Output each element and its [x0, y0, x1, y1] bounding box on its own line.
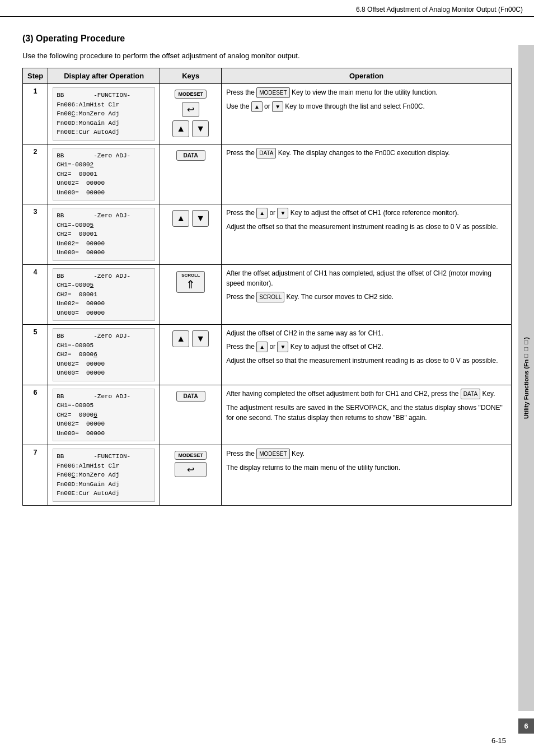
- operation-cell: Adjust the offset of CH2 in the same way…: [222, 325, 512, 385]
- data-key-ref: DATA: [256, 148, 276, 158]
- operation-text: Press the SCROLL Key. The cursor moves t…: [226, 292, 507, 302]
- header-operation: Operation: [222, 68, 512, 84]
- step-number: 2: [23, 144, 48, 204]
- operation-text: The display returns to the main menu of …: [226, 463, 507, 473]
- page-number: 6-15: [491, 736, 506, 745]
- keys-cell: DATA: [160, 144, 222, 204]
- up-key-ref: ▲: [256, 208, 268, 218]
- table-row: 3BB -Zero ADJ-CH1=-00005CH2= 00001Un002=…: [23, 204, 512, 265]
- operation-text: Press the MODESET Key to view the main m…: [226, 87, 507, 98]
- operation-cell: After the offset adjustment of CH1 has c…: [222, 264, 512, 325]
- step-number: 3: [23, 204, 48, 265]
- operation-cell: Press the MODESET Key.The display return…: [222, 445, 512, 506]
- operation-text: Adjust the offset so that the measuremen…: [226, 222, 507, 232]
- display-cell: BB -Zero ADJ-CH1=-00002CH2= 00001Un002= …: [48, 144, 160, 204]
- operation-text: After the offset adjustment of CH1 has c…: [226, 268, 507, 288]
- down-key-ref: ▼: [277, 208, 288, 218]
- table-row: 4BB -Zero ADJ-CH1=-00005CH2= 00001Un002=…: [23, 264, 512, 325]
- display-box: BB -FUNCTION-Fn006:AlmHist ClrFn00C:MonZ…: [53, 87, 155, 141]
- intro-text: Use the following procedure to perform t…: [22, 52, 512, 60]
- display-box: BB -Zero ADJ-CH1=-00002CH2= 00001Un002= …: [53, 148, 155, 201]
- operation-text: Adjust the offset so that the measuremen…: [226, 356, 507, 366]
- down-key-ref: ▼: [277, 342, 288, 352]
- scroll-key-ref: SCROLL: [256, 292, 284, 302]
- display-box: BB -Zero ADJ-CH1=-00005CH2= 00001Un002= …: [53, 268, 155, 321]
- operation-text: Press the MODESET Key.: [226, 449, 507, 459]
- table-row: 7BB -FUNCTION-Fn006:AlmHist ClrFn00C:Mon…: [23, 445, 512, 506]
- header-step: Step: [23, 68, 48, 84]
- step-number: 4: [23, 264, 48, 325]
- return-key[interactable]: ↩: [182, 102, 199, 117]
- up-key-ref: ▲: [251, 101, 263, 112]
- operation-text: The adjustment results are saved in the …: [226, 403, 507, 423]
- procedure-table: Step Display after Operation Keys Operat…: [22, 68, 512, 506]
- modeset-key-ref: MODESET: [256, 87, 289, 98]
- step-number: 6: [23, 385, 48, 445]
- down-key-ref: ▼: [272, 101, 283, 112]
- operation-text: Press the ▲ or ▼ Key to adjust the offse…: [226, 208, 507, 218]
- modeset-key[interactable]: MODESET ↩: [175, 451, 207, 477]
- sidebar: Utility Functions (Fn□□□): [518, 45, 534, 711]
- data-key[interactable]: DATA: [176, 391, 205, 402]
- data-key-ref: DATA: [461, 389, 480, 399]
- keys-cell: ▲ ▼: [160, 325, 222, 385]
- operation-cell: Press the DATA Key. The display changes …: [222, 144, 512, 204]
- operation-text: Use the ▲ or ▼ Key to move through the l…: [226, 101, 507, 112]
- keys-cell: SCROLL ⇑: [160, 264, 222, 325]
- table-row: 2BB -Zero ADJ-CH1=-00002CH2= 00001Un002=…: [23, 144, 512, 204]
- display-box: BB -FUNCTION-Fn006:AlmHist ClrFn00C:MonZ…: [53, 449, 155, 502]
- display-cell: BB -Zero ADJ-CH1=-00005CH2= 00006Un002= …: [48, 325, 160, 385]
- operation-cell: After having completed the offset adjust…: [222, 385, 512, 445]
- step-number: 1: [23, 84, 48, 144]
- display-cell: BB -FUNCTION-Fn006:AlmHist ClrFn00C:MonZ…: [48, 445, 160, 506]
- modeset-key-ref: MODESET: [256, 449, 289, 459]
- header-display: Display after Operation: [48, 68, 160, 84]
- keys-cell: MODESET↩ ▲ ▼: [160, 84, 222, 144]
- table-row: 5BB -Zero ADJ-CH1=-00005CH2= 00006Un002=…: [23, 325, 512, 385]
- up-key-ref: ▲: [256, 342, 268, 352]
- table-row: 1BB -FUNCTION-Fn006:AlmHist ClrFn00C:Mon…: [23, 84, 512, 144]
- header-keys: Keys: [160, 68, 222, 84]
- operation-cell: Press the ▲ or ▼ Key to adjust the offse…: [222, 204, 512, 265]
- page-header: 6.8 Offset Adjustment of Analog Monitor …: [0, 0, 534, 17]
- display-box: BB -Zero ADJ-CH1=-00005CH2= 00001Un002= …: [53, 208, 155, 261]
- chapter-number-box: 6: [518, 718, 534, 734]
- operation-cell: Press the MODESET Key to view the main m…: [222, 84, 512, 144]
- modeset-key[interactable]: MODESET: [175, 90, 207, 99]
- chapter-number: 6: [524, 722, 528, 730]
- display-cell: BB -FUNCTION-Fn006:AlmHist ClrFn00C:MonZ…: [48, 84, 160, 144]
- keys-cell: MODESET ↩: [160, 445, 222, 506]
- operation-text: Press the ▲ or ▼ Key to adjust the offse…: [226, 342, 507, 352]
- operation-text: Adjust the offset of CH2 in the same way…: [226, 328, 507, 338]
- data-key[interactable]: DATA: [176, 150, 205, 161]
- sidebar-label: Utility Functions (Fn□□□): [523, 337, 530, 419]
- arrow-up-key[interactable]: ▲: [172, 210, 189, 227]
- arrow-down-key[interactable]: ▼: [192, 330, 209, 347]
- arrow-down-key[interactable]: ▼: [192, 120, 209, 137]
- keys-cell: ▲ ▼: [160, 204, 222, 265]
- section-title: (3) Operating Procedure: [22, 34, 512, 44]
- arrow-up-key[interactable]: ▲: [172, 120, 189, 137]
- scroll-key[interactable]: SCROLL ⇑: [176, 270, 205, 293]
- arrow-up-key[interactable]: ▲: [172, 330, 189, 347]
- step-number: 5: [23, 325, 48, 385]
- table-row: 6BB -Zero ADJ-CH1=-00005CH2= 00006Un002=…: [23, 385, 512, 445]
- step-number: 7: [23, 445, 48, 506]
- display-cell: BB -Zero ADJ-CH1=-00005CH2= 00006Un002= …: [48, 385, 160, 445]
- display-cell: BB -Zero ADJ-CH1=-00005CH2= 00001Un002= …: [48, 204, 160, 265]
- display-cell: BB -Zero ADJ-CH1=-00005CH2= 00001Un002= …: [48, 264, 160, 325]
- operation-text: After having completed the offset adjust…: [226, 389, 507, 399]
- display-box: BB -Zero ADJ-CH1=-00005CH2= 00006Un002= …: [53, 389, 155, 442]
- arrow-down-key[interactable]: ▼: [192, 210, 209, 227]
- keys-cell: DATA: [160, 385, 222, 445]
- operation-text: Press the DATA Key. The display changes …: [226, 148, 507, 158]
- header-text: 6.8 Offset Adjustment of Analog Monitor …: [356, 6, 523, 13]
- display-box: BB -Zero ADJ-CH1=-00005CH2= 00006Un002= …: [53, 328, 155, 381]
